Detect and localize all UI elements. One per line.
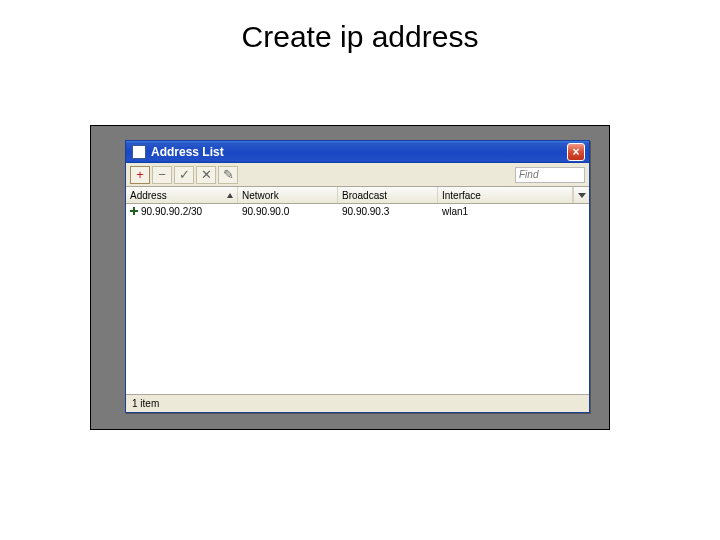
page-title: Create ip address: [0, 20, 720, 54]
titlebar[interactable]: Address List ×: [126, 141, 589, 163]
statusbar: 1 item: [126, 394, 589, 412]
window-icon: [132, 145, 146, 159]
close-button[interactable]: ×: [567, 143, 585, 161]
add-button[interactable]: +: [130, 166, 150, 184]
column-menu-button[interactable]: [573, 187, 589, 203]
address-value: 90.90.90.2/30: [141, 206, 202, 217]
table-row[interactable]: 90.90.90.2/30 90.90.90.0 90.90.90.3 wlan…: [126, 204, 589, 218]
col-interface[interactable]: Interface: [438, 187, 573, 203]
list-body[interactable]: 90.90.90.2/30 90.90.90.0 90.90.90.3 wlan…: [126, 204, 589, 394]
cell-network: 90.90.90.0: [238, 204, 338, 218]
col-address[interactable]: Address: [126, 187, 238, 203]
find-input[interactable]: [515, 167, 585, 183]
enable-button[interactable]: ✓: [174, 166, 194, 184]
plus-icon: [130, 207, 138, 215]
address-list-window: Address List × + − ✓ ✕ ✎ Address Network…: [125, 140, 590, 413]
cell-broadcast: 90.90.90.3: [338, 204, 438, 218]
window-title: Address List: [151, 145, 567, 159]
cell-interface: wlan1: [438, 204, 589, 218]
list-header: Address Network Broadcast Interface: [126, 187, 589, 204]
cell-address: 90.90.90.2/30: [126, 204, 238, 218]
list: Address Network Broadcast Interface 90.9…: [126, 187, 589, 394]
toolbar: + − ✓ ✕ ✎: [126, 163, 589, 187]
remove-button[interactable]: −: [152, 166, 172, 184]
disable-button[interactable]: ✕: [196, 166, 216, 184]
col-broadcast[interactable]: Broadcast: [338, 187, 438, 203]
comment-button[interactable]: ✎: [218, 166, 238, 184]
col-network[interactable]: Network: [238, 187, 338, 203]
item-count: 1 item: [132, 398, 159, 409]
client-area: + − ✓ ✕ ✎ Address Network Broadcast Inte…: [126, 163, 589, 412]
